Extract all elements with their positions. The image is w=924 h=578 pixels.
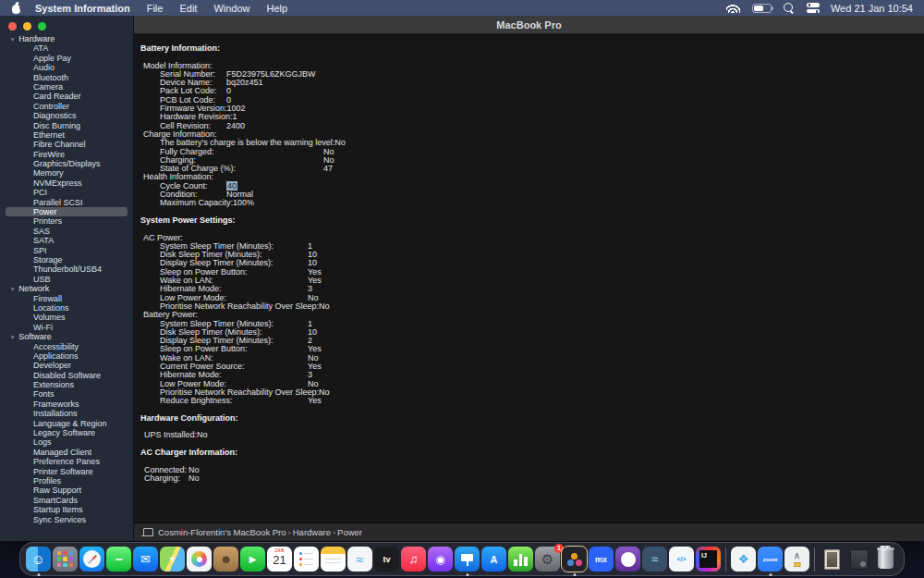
sidebar-item-nvmexpress[interactable]: NVMExpress bbox=[6, 178, 128, 188]
control-center-icon[interactable] bbox=[807, 3, 820, 13]
sidebar-group-network[interactable]: ∨Network bbox=[0, 284, 133, 293]
sidebar-item-controller[interactable]: Controller bbox=[6, 102, 128, 111]
zoom-icon[interactable]: zoom bbox=[758, 547, 783, 572]
sidebar-item-sync-services[interactable]: Sync Services bbox=[6, 515, 128, 524]
sidebar-item-legacy-software[interactable]: Legacy Software bbox=[6, 428, 128, 437]
sidebar-item-disc-burning[interactable]: Disc Burning bbox=[6, 121, 128, 130]
finder-icon[interactable]: ☺ bbox=[26, 547, 51, 572]
menu-file[interactable]: File bbox=[147, 3, 164, 14]
sidebar-item-extensions[interactable]: Extensions bbox=[6, 380, 128, 389]
sidebar-item-fibre-channel[interactable]: Fibre Channel bbox=[6, 140, 128, 149]
sidebar-item-startup-items[interactable]: Startup Items bbox=[6, 505, 128, 514]
breadcrumb-item-hardware[interactable]: Hardware bbox=[293, 527, 331, 537]
github-icon[interactable] bbox=[615, 547, 640, 572]
search-icon[interactable] bbox=[784, 3, 795, 14]
sidebar-item-ata[interactable]: ATA bbox=[6, 43, 128, 53]
mx-icon[interactable]: mx bbox=[589, 547, 614, 572]
mysql-workbench-icon[interactable]: ≈ bbox=[642, 547, 667, 572]
sidebar-item-spi[interactable]: SPI bbox=[6, 246, 128, 255]
sidebar-item-raw-support[interactable]: Raw Support bbox=[6, 486, 128, 495]
photos-icon[interactable] bbox=[187, 547, 212, 572]
close-button[interactable] bbox=[8, 22, 17, 31]
mail-icon[interactable]: ✉ bbox=[133, 547, 158, 572]
sidebar-item-sas[interactable]: SAS bbox=[6, 227, 128, 236]
battery-icon[interactable] bbox=[752, 4, 772, 13]
sidebar-item-power[interactable]: Power bbox=[6, 207, 128, 216]
active-app-name[interactable]: System Information bbox=[35, 3, 130, 14]
menu-bar-clock[interactable]: Wed 21 Jan 10:54 bbox=[831, 3, 924, 14]
freeform-icon[interactable]: ≈ bbox=[347, 547, 372, 572]
sidebar-item-accessibility[interactable]: Accessibility bbox=[6, 342, 128, 351]
sidebar-item-parallel-scsi[interactable]: Parallel SCSI bbox=[6, 198, 128, 207]
sidebar-group-software[interactable]: ∨Software bbox=[0, 332, 133, 341]
apple-tv-icon[interactable]: tv bbox=[374, 547, 399, 572]
davinci-resolve-icon[interactable] bbox=[562, 547, 587, 572]
sidebar-item-printers[interactable]: Printers bbox=[6, 216, 128, 226]
sidebar-item-firewire[interactable]: FireWire bbox=[6, 150, 128, 159]
sidebar-item-applications[interactable]: Applications bbox=[6, 351, 128, 361]
sidebar-item-volumes[interactable]: Volumes bbox=[6, 313, 128, 322]
sidebar-item-card-reader[interactable]: Card Reader bbox=[6, 92, 128, 101]
system-settings-icon[interactable]: ⚙1 bbox=[535, 547, 560, 572]
apple-logo-icon[interactable] bbox=[11, 2, 22, 14]
menu-window[interactable]: Window bbox=[213, 3, 249, 14]
screenshot-file-icon[interactable] bbox=[820, 547, 845, 572]
numbers-icon[interactable] bbox=[508, 547, 533, 572]
launchpad-icon[interactable] bbox=[53, 547, 78, 572]
wifi-icon[interactable] bbox=[726, 4, 740, 13]
sidebar-item-profiles[interactable]: Profiles bbox=[6, 476, 128, 486]
contacts-icon[interactable]: ☻ bbox=[213, 547, 238, 572]
sidebar-item-memory[interactable]: Memory bbox=[6, 168, 128, 178]
safari-icon[interactable] bbox=[79, 547, 104, 572]
sidebar-item-installations[interactable]: Installations bbox=[6, 409, 128, 418]
sidebar-group-hardware[interactable]: ∨Hardware bbox=[0, 34, 133, 43]
sidebar-item-managed-client[interactable]: Managed Client bbox=[6, 448, 128, 457]
sidebar-item-storage[interactable]: Storage bbox=[6, 255, 128, 264]
reminders-icon[interactable] bbox=[294, 547, 319, 572]
podcasts-icon[interactable]: ◉ bbox=[428, 547, 453, 572]
sidebar-item-smartcards[interactable]: SmartCards bbox=[6, 496, 128, 505]
sidebar-item-graphics-displays[interactable]: Graphics/Displays bbox=[6, 159, 128, 168]
intellij-idea-icon[interactable]: IJ bbox=[696, 547, 721, 572]
sidebar-item-camera[interactable]: Camera bbox=[6, 82, 128, 92]
maps-icon[interactable]: ➤ bbox=[160, 547, 185, 572]
sidebar-item-locations[interactable]: Locations bbox=[6, 303, 128, 313]
sidebar-item-diagnostics[interactable]: Diagnostics bbox=[6, 111, 128, 120]
sidebar-item-bluetooth[interactable]: Bluetooth bbox=[6, 73, 128, 82]
zoom-button[interactable] bbox=[38, 22, 46, 31]
downloads-stack-icon[interactable] bbox=[846, 547, 871, 572]
app-store-icon[interactable]: A bbox=[481, 547, 506, 572]
sidebar-item-wi-fi[interactable]: Wi-Fi bbox=[6, 323, 128, 332]
window-title-bar[interactable]: MacBook Pro bbox=[134, 16, 924, 34]
sidebar-item-firewall[interactable]: Firewall bbox=[6, 294, 128, 303]
notes-icon[interactable] bbox=[321, 547, 346, 572]
menu-edit[interactable]: Edit bbox=[179, 3, 197, 14]
vscode-icon[interactable]: </> bbox=[669, 547, 694, 572]
music-icon[interactable]: ♫ bbox=[401, 547, 426, 572]
report-content[interactable]: Battery Information:Model Information:Se… bbox=[134, 34, 924, 523]
sidebar-item-apple-pay[interactable]: Apple Pay bbox=[6, 54, 128, 63]
passwords-icon[interactable]: ❖ bbox=[731, 547, 756, 572]
minimize-button[interactable] bbox=[23, 22, 31, 31]
sidebar-item-frameworks[interactable]: Frameworks bbox=[6, 400, 128, 409]
sidebar-item-logs[interactable]: Logs bbox=[6, 437, 128, 447]
keynote-icon[interactable] bbox=[455, 547, 480, 572]
calendar-icon[interactable]: JAN21 bbox=[267, 547, 292, 572]
sidebar-item-preference-panes[interactable]: Preference Panes bbox=[6, 457, 128, 466]
sidebar-item-thunderbolt-usb4[interactable]: Thunderbolt/USB4 bbox=[6, 264, 128, 274]
sidebar-item-fonts[interactable]: Fonts bbox=[6, 389, 128, 399]
sidebar-item-printer-software[interactable]: Printer Software bbox=[6, 467, 128, 476]
sidebar-item-developer[interactable]: Developer bbox=[6, 361, 128, 370]
sidebar-item-usb[interactable]: USB bbox=[6, 275, 128, 284]
messages-icon[interactable]: ••• bbox=[106, 547, 131, 572]
sidebar-item-disabled-software[interactable]: Disabled Software bbox=[6, 371, 128, 380]
sidebar-item-pci[interactable]: PCI bbox=[6, 188, 128, 197]
trash-icon[interactable] bbox=[873, 547, 898, 572]
archive-utility-icon[interactable]: ∧ bbox=[784, 547, 809, 572]
facetime-icon[interactable]: ▶ bbox=[240, 547, 265, 572]
menu-help[interactable]: Help bbox=[267, 3, 288, 14]
sidebar-item-language-region[interactable]: Language & Region bbox=[6, 419, 128, 428]
breadcrumb-item-cosmin-florentin-s-macbook-pro[interactable]: Cosmin-Florentin's MacBook Pro bbox=[158, 527, 286, 537]
sidebar-item-audio[interactable]: Audio bbox=[6, 63, 128, 72]
sidebar-item-sata[interactable]: SATA bbox=[6, 236, 128, 245]
